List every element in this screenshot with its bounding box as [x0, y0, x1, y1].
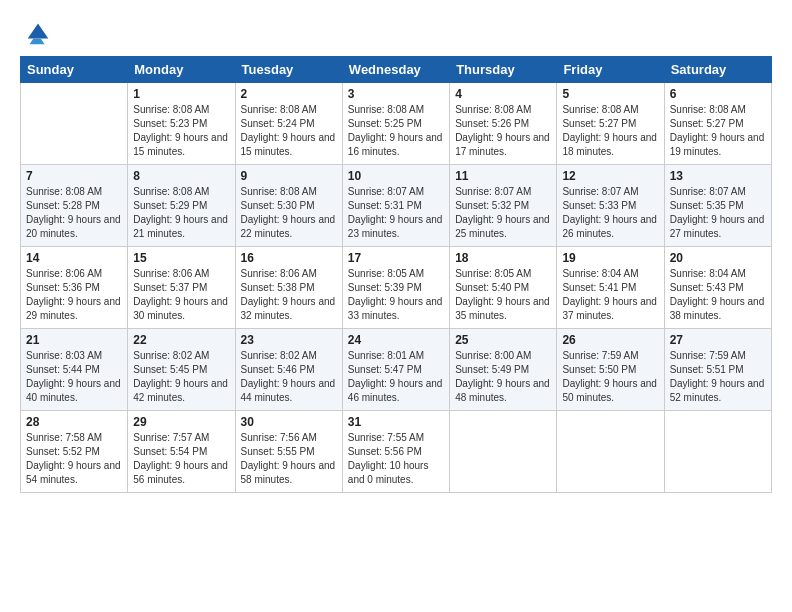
day-cell: 29Sunrise: 7:57 AMSunset: 5:54 PMDayligh…	[128, 411, 235, 493]
day-cell: 17Sunrise: 8:05 AMSunset: 5:39 PMDayligh…	[342, 247, 449, 329]
day-number: 28	[26, 415, 122, 429]
day-number: 27	[670, 333, 766, 347]
day-info: Sunrise: 8:08 AMSunset: 5:30 PMDaylight:…	[241, 185, 337, 241]
weekday-monday: Monday	[128, 57, 235, 83]
week-row-2: 14Sunrise: 8:06 AMSunset: 5:36 PMDayligh…	[21, 247, 772, 329]
day-info: Sunrise: 7:57 AMSunset: 5:54 PMDaylight:…	[133, 431, 229, 487]
day-number: 15	[133, 251, 229, 265]
day-info: Sunrise: 8:02 AMSunset: 5:46 PMDaylight:…	[241, 349, 337, 405]
day-number: 12	[562, 169, 658, 183]
day-info: Sunrise: 8:04 AMSunset: 5:41 PMDaylight:…	[562, 267, 658, 323]
day-cell: 2Sunrise: 8:08 AMSunset: 5:24 PMDaylight…	[235, 83, 342, 165]
day-number: 20	[670, 251, 766, 265]
day-number: 6	[670, 87, 766, 101]
day-info: Sunrise: 8:08 AMSunset: 5:24 PMDaylight:…	[241, 103, 337, 159]
day-cell: 25Sunrise: 8:00 AMSunset: 5:49 PMDayligh…	[450, 329, 557, 411]
day-number: 31	[348, 415, 444, 429]
day-cell: 9Sunrise: 8:08 AMSunset: 5:30 PMDaylight…	[235, 165, 342, 247]
day-number: 7	[26, 169, 122, 183]
day-info: Sunrise: 8:02 AMSunset: 5:45 PMDaylight:…	[133, 349, 229, 405]
day-info: Sunrise: 8:07 AMSunset: 5:33 PMDaylight:…	[562, 185, 658, 241]
day-cell: 3Sunrise: 8:08 AMSunset: 5:25 PMDaylight…	[342, 83, 449, 165]
day-cell: 28Sunrise: 7:58 AMSunset: 5:52 PMDayligh…	[21, 411, 128, 493]
day-number: 18	[455, 251, 551, 265]
day-number: 23	[241, 333, 337, 347]
logo-icon	[24, 18, 52, 46]
day-cell: 19Sunrise: 8:04 AMSunset: 5:41 PMDayligh…	[557, 247, 664, 329]
svg-marker-1	[30, 39, 45, 45]
weekday-thursday: Thursday	[450, 57, 557, 83]
page: SundayMondayTuesdayWednesdayThursdayFrid…	[0, 0, 792, 612]
day-cell: 18Sunrise: 8:05 AMSunset: 5:40 PMDayligh…	[450, 247, 557, 329]
day-cell: 24Sunrise: 8:01 AMSunset: 5:47 PMDayligh…	[342, 329, 449, 411]
day-info: Sunrise: 8:04 AMSunset: 5:43 PMDaylight:…	[670, 267, 766, 323]
day-cell: 30Sunrise: 7:56 AMSunset: 5:55 PMDayligh…	[235, 411, 342, 493]
day-info: Sunrise: 7:55 AMSunset: 5:56 PMDaylight:…	[348, 431, 444, 487]
day-cell: 27Sunrise: 7:59 AMSunset: 5:51 PMDayligh…	[664, 329, 771, 411]
week-row-0: 1Sunrise: 8:08 AMSunset: 5:23 PMDaylight…	[21, 83, 772, 165]
day-number: 24	[348, 333, 444, 347]
day-info: Sunrise: 8:08 AMSunset: 5:26 PMDaylight:…	[455, 103, 551, 159]
day-cell: 22Sunrise: 8:02 AMSunset: 5:45 PMDayligh…	[128, 329, 235, 411]
day-cell: 8Sunrise: 8:08 AMSunset: 5:29 PMDaylight…	[128, 165, 235, 247]
day-info: Sunrise: 8:03 AMSunset: 5:44 PMDaylight:…	[26, 349, 122, 405]
day-number: 26	[562, 333, 658, 347]
day-cell: 21Sunrise: 8:03 AMSunset: 5:44 PMDayligh…	[21, 329, 128, 411]
day-cell	[450, 411, 557, 493]
day-number: 22	[133, 333, 229, 347]
day-number: 16	[241, 251, 337, 265]
calendar-table: SundayMondayTuesdayWednesdayThursdayFrid…	[20, 56, 772, 493]
day-info: Sunrise: 8:07 AMSunset: 5:35 PMDaylight:…	[670, 185, 766, 241]
day-info: Sunrise: 8:05 AMSunset: 5:40 PMDaylight:…	[455, 267, 551, 323]
day-cell: 14Sunrise: 8:06 AMSunset: 5:36 PMDayligh…	[21, 247, 128, 329]
day-cell: 11Sunrise: 8:07 AMSunset: 5:32 PMDayligh…	[450, 165, 557, 247]
day-info: Sunrise: 7:56 AMSunset: 5:55 PMDaylight:…	[241, 431, 337, 487]
day-info: Sunrise: 8:06 AMSunset: 5:37 PMDaylight:…	[133, 267, 229, 323]
day-cell: 26Sunrise: 7:59 AMSunset: 5:50 PMDayligh…	[557, 329, 664, 411]
week-row-4: 28Sunrise: 7:58 AMSunset: 5:52 PMDayligh…	[21, 411, 772, 493]
week-row-3: 21Sunrise: 8:03 AMSunset: 5:44 PMDayligh…	[21, 329, 772, 411]
day-number: 5	[562, 87, 658, 101]
day-info: Sunrise: 8:08 AMSunset: 5:29 PMDaylight:…	[133, 185, 229, 241]
day-info: Sunrise: 8:07 AMSunset: 5:31 PMDaylight:…	[348, 185, 444, 241]
day-number: 14	[26, 251, 122, 265]
day-cell	[21, 83, 128, 165]
weekday-saturday: Saturday	[664, 57, 771, 83]
day-info: Sunrise: 8:06 AMSunset: 5:36 PMDaylight:…	[26, 267, 122, 323]
day-cell	[664, 411, 771, 493]
day-number: 19	[562, 251, 658, 265]
day-info: Sunrise: 8:01 AMSunset: 5:47 PMDaylight:…	[348, 349, 444, 405]
weekday-wednesday: Wednesday	[342, 57, 449, 83]
day-cell: 4Sunrise: 8:08 AMSunset: 5:26 PMDaylight…	[450, 83, 557, 165]
day-info: Sunrise: 8:05 AMSunset: 5:39 PMDaylight:…	[348, 267, 444, 323]
day-info: Sunrise: 7:59 AMSunset: 5:51 PMDaylight:…	[670, 349, 766, 405]
weekday-sunday: Sunday	[21, 57, 128, 83]
day-info: Sunrise: 7:59 AMSunset: 5:50 PMDaylight:…	[562, 349, 658, 405]
day-number: 21	[26, 333, 122, 347]
day-cell: 10Sunrise: 8:07 AMSunset: 5:31 PMDayligh…	[342, 165, 449, 247]
day-cell: 6Sunrise: 8:08 AMSunset: 5:27 PMDaylight…	[664, 83, 771, 165]
day-info: Sunrise: 8:08 AMSunset: 5:27 PMDaylight:…	[670, 103, 766, 159]
day-cell: 12Sunrise: 8:07 AMSunset: 5:33 PMDayligh…	[557, 165, 664, 247]
day-info: Sunrise: 8:00 AMSunset: 5:49 PMDaylight:…	[455, 349, 551, 405]
day-info: Sunrise: 8:08 AMSunset: 5:25 PMDaylight:…	[348, 103, 444, 159]
day-number: 2	[241, 87, 337, 101]
day-cell: 5Sunrise: 8:08 AMSunset: 5:27 PMDaylight…	[557, 83, 664, 165]
day-number: 17	[348, 251, 444, 265]
day-cell: 15Sunrise: 8:06 AMSunset: 5:37 PMDayligh…	[128, 247, 235, 329]
day-cell: 16Sunrise: 8:06 AMSunset: 5:38 PMDayligh…	[235, 247, 342, 329]
day-number: 30	[241, 415, 337, 429]
header	[20, 18, 772, 46]
day-cell: 7Sunrise: 8:08 AMSunset: 5:28 PMDaylight…	[21, 165, 128, 247]
day-number: 8	[133, 169, 229, 183]
day-number: 1	[133, 87, 229, 101]
weekday-header-row: SundayMondayTuesdayWednesdayThursdayFrid…	[21, 57, 772, 83]
day-number: 9	[241, 169, 337, 183]
day-info: Sunrise: 8:08 AMSunset: 5:28 PMDaylight:…	[26, 185, 122, 241]
day-cell: 23Sunrise: 8:02 AMSunset: 5:46 PMDayligh…	[235, 329, 342, 411]
svg-marker-0	[28, 24, 49, 39]
week-row-1: 7Sunrise: 8:08 AMSunset: 5:28 PMDaylight…	[21, 165, 772, 247]
day-cell	[557, 411, 664, 493]
day-info: Sunrise: 8:08 AMSunset: 5:23 PMDaylight:…	[133, 103, 229, 159]
logo	[20, 18, 52, 46]
